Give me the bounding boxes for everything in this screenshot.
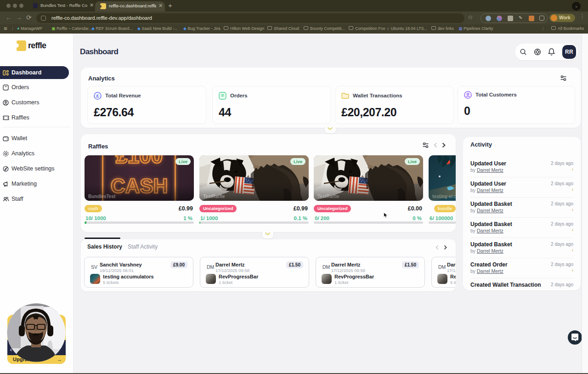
svg-text:£: £ [96,93,99,98]
